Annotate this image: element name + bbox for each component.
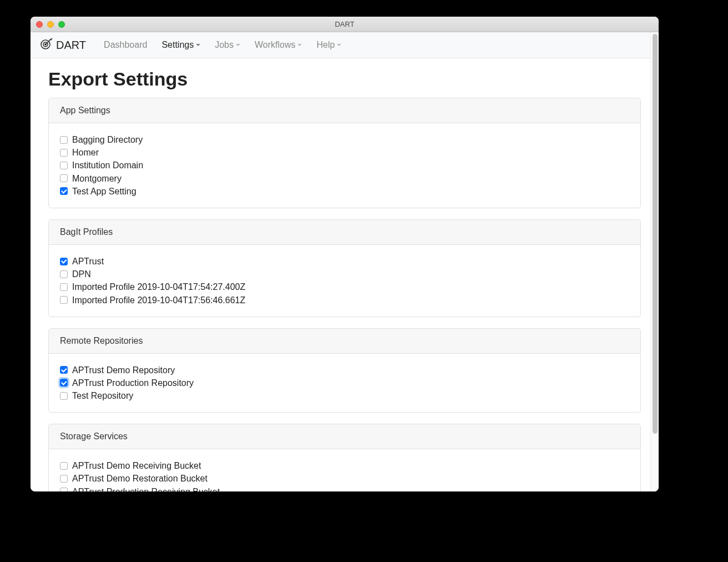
checkbox[interactable] [60,392,68,400]
list-item: Imported Profile 2019-10-04T17:54:27.400… [60,280,629,293]
nav-dashboard[interactable]: Dashboard [98,37,153,53]
checkbox-label[interactable]: APTrust Demo Repository [72,364,175,377]
checkbox-label[interactable]: APTrust Production Repository [72,377,194,389]
nav-help[interactable]: Help [311,37,347,53]
nav-dashboard-label: Dashboard [104,40,147,50]
card-body-remote-repositories: APTrust Demo RepositoryAPTrust Productio… [49,354,640,413]
close-button[interactable] [36,21,43,28]
titlebar: DART [31,17,659,32]
checkbox-label[interactable]: APTrust Demo Restoration Bucket [72,472,208,485]
checkbox-label[interactable]: Imported Profile 2019-10-04T17:56:46.661… [72,294,245,307]
list-item: DPN [60,268,629,280]
checkbox-label[interactable]: DPN [72,268,91,280]
list-item: Homer [60,146,629,159]
checkbox-label[interactable]: APTrust [72,255,104,268]
checkbox[interactable] [60,149,68,157]
checkbox[interactable] [60,187,68,195]
list-item: APTrust [60,255,629,268]
scrollbar[interactable] [650,32,659,491]
checkbox[interactable] [60,258,68,265]
checkbox-label[interactable]: Bagging Directory [72,133,143,146]
app-window: DART DART Dashboard Set [31,17,659,491]
list-item: APTrust Production Repository [60,377,629,389]
checkbox[interactable] [60,174,68,182]
checkbox-label[interactable]: Institution Domain [72,159,143,172]
card-body-storage-services: APTrust Demo Receiving BucketAPTrust Dem… [49,449,640,491]
checkbox-label[interactable]: APTrust Production Receiving Bucket [72,485,220,491]
window-title: DART [31,20,659,28]
card-header-remote-repositories: Remote Repositories [49,329,640,354]
list-item: Bagging Directory [60,133,629,146]
nav-jobs[interactable]: Jobs [209,37,246,53]
chevron-down-icon [196,44,200,46]
list-item: Montgomery [60,172,629,185]
checkbox[interactable] [60,283,68,291]
app-body: DART Dashboard Settings Jobs Workflows H… [31,32,659,491]
checkbox-label[interactable]: Homer [72,146,99,159]
checkbox[interactable] [60,136,68,144]
checkbox[interactable] [60,366,68,374]
checkbox-label[interactable]: Test App Setting [72,185,136,198]
card-bagit-profiles: BagIt Profiles APTrustDPNImported Profil… [48,219,641,317]
brand-text: DART [56,39,86,52]
chevron-down-icon [337,44,341,46]
checkbox[interactable] [60,270,68,278]
nav-workflows[interactable]: Workflows [249,37,308,53]
list-item: Test Repository [60,389,629,402]
card-header-app-settings: App Settings [49,98,640,123]
navbar: DART Dashboard Settings Jobs Workflows H… [31,32,659,58]
list-item: APTrust Production Receiving Bucket [60,485,629,491]
nav-help-label: Help [316,40,335,50]
checkbox[interactable] [60,379,68,387]
card-body-app-settings: Bagging DirectoryHomerInstitution Domain… [49,123,640,208]
list-item: Imported Profile 2019-10-04T17:56:46.661… [60,294,629,307]
list-item: APTrust Demo Repository [60,364,629,377]
list-item: APTrust Demo Restoration Bucket [60,472,629,485]
card-header-bagit-profiles: BagIt Profiles [49,220,640,245]
nav-settings[interactable]: Settings [156,37,206,53]
card-remote-repositories: Remote Repositories APTrust Demo Reposit… [48,328,641,413]
nav-jobs-label: Jobs [215,40,234,50]
checkbox[interactable] [60,488,68,491]
brand[interactable]: DART [39,37,86,53]
chevron-down-icon [297,44,302,46]
content: Export Settings App Settings Bagging Dir… [31,58,659,491]
traffic-lights [36,21,65,28]
checkbox[interactable] [60,475,68,483]
nav-workflows-label: Workflows [255,40,296,50]
checkbox[interactable] [60,296,68,304]
card-storage-services: Storage Services APTrust Demo Receiving … [48,424,641,491]
page-title: Export Settings [48,68,641,90]
checkbox-label[interactable]: Montgomery [72,172,122,185]
checkbox-label[interactable]: Imported Profile 2019-10-04T17:54:27.400… [72,280,245,293]
checkbox[interactable] [60,462,68,470]
list-item: APTrust Demo Receiving Bucket [60,459,629,472]
list-item: Test App Setting [60,185,629,198]
minimize-button[interactable] [47,21,54,28]
list-item: Institution Domain [60,159,629,172]
checkbox[interactable] [60,162,68,169]
checkbox-label[interactable]: Test Repository [72,389,133,402]
scroll-thumb[interactable] [653,34,658,434]
checkbox-label[interactable]: APTrust Demo Receiving Bucket [72,459,201,472]
dart-logo-icon [39,37,53,53]
maximize-button[interactable] [58,21,65,28]
nav-settings-label: Settings [161,40,194,50]
card-body-bagit-profiles: APTrustDPNImported Profile 2019-10-04T17… [49,245,640,317]
card-app-settings: App Settings Bagging DirectoryHomerInsti… [48,98,641,208]
chevron-down-icon [236,44,240,46]
card-header-storage-services: Storage Services [49,424,640,449]
